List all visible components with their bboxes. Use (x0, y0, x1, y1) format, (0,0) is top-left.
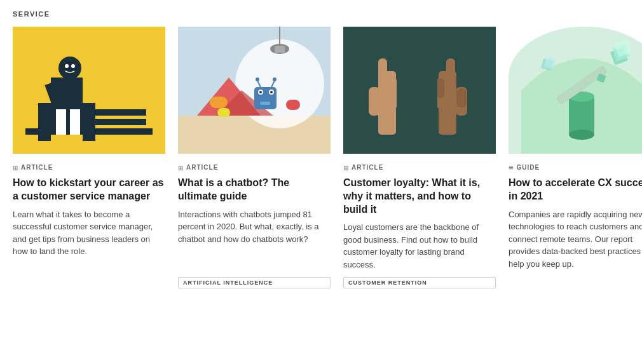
svg-point-26 (273, 78, 277, 81)
svg-rect-29 (217, 108, 230, 117)
card-3[interactable]: ARTICLE Customer loyalty: What it is, wh… (343, 27, 496, 288)
svg-rect-36 (378, 58, 387, 93)
card-1-image (13, 27, 165, 154)
card-4-description: Companies are rapidly acquiring new tech… (509, 208, 642, 271)
card-2-type: ARTICLE (186, 164, 218, 171)
guide-icon (509, 161, 514, 173)
svg-rect-33 (275, 46, 285, 53)
card-4-meta: GUIDE (509, 161, 642, 173)
article-icon-3 (343, 161, 348, 173)
svg-rect-43 (437, 79, 444, 98)
svg-rect-46 (569, 97, 594, 135)
section-label: SERVICE (13, 10, 629, 18)
card-4-title: How to accelerate CX success in 2021 (509, 177, 642, 203)
article-icon-2 (178, 161, 183, 173)
svg-point-24 (256, 78, 259, 81)
svg-point-22 (270, 91, 273, 93)
card-4-type: GUIDE (517, 164, 540, 171)
card-4-image (509, 27, 642, 154)
svg-rect-34 (343, 27, 496, 154)
svg-rect-10 (56, 109, 66, 135)
card-3-title: Customer loyalty: What it is, why it mat… (343, 177, 496, 216)
card-3-meta: ARTICLE (343, 161, 496, 173)
svg-point-7 (58, 57, 81, 79)
card-1-meta: ARTICLE (13, 161, 165, 173)
svg-rect-44 (456, 88, 467, 107)
svg-rect-11 (70, 109, 80, 135)
card-2-title: What is a chatbot? The ultimate guide (178, 177, 331, 203)
card-1[interactable]: ARTICLE How to kickstart your career as … (13, 27, 165, 288)
svg-point-48 (569, 130, 594, 140)
card-2[interactable]: ARTICLE What is a chatbot? The ultimate … (178, 27, 331, 288)
svg-rect-40 (446, 58, 455, 93)
svg-rect-5 (38, 119, 146, 125)
card-3-tag: CUSTOMER RETENTION (343, 277, 496, 288)
card-2-image (178, 27, 331, 154)
card-3-description: Loyal customers are the backbone of good… (343, 221, 496, 271)
svg-rect-27 (260, 102, 270, 105)
card-1-type: ARTICLE (21, 164, 53, 171)
svg-point-8 (65, 64, 69, 68)
card-2-meta: ARTICLE (178, 161, 331, 173)
svg-rect-38 (369, 87, 380, 116)
cards-grid: ARTICLE How to kickstart your career as … (13, 27, 629, 288)
svg-rect-37 (389, 78, 397, 109)
article-icon (13, 161, 18, 173)
card-4[interactable]: GUIDE How to accelerate CX success in 20… (509, 27, 642, 288)
card-3-image (343, 27, 496, 154)
svg-rect-4 (25, 128, 153, 135)
page-container: SERVICE (0, 0, 642, 301)
card-1-title: How to kickstart your career as a custom… (13, 177, 165, 203)
svg-point-21 (259, 91, 262, 93)
card-3-type: ARTICLE (352, 164, 383, 171)
card-1-description: Learn what it takes to become a successf… (13, 208, 165, 258)
card-2-description: Interactions with chatbots jumped 81 per… (178, 208, 331, 246)
svg-point-9 (71, 64, 75, 68)
svg-rect-28 (210, 97, 228, 108)
svg-rect-14 (178, 116, 331, 154)
card-2-tag: ARTIFICIAL INTELLIGENCE (178, 277, 331, 288)
svg-rect-30 (286, 100, 300, 110)
